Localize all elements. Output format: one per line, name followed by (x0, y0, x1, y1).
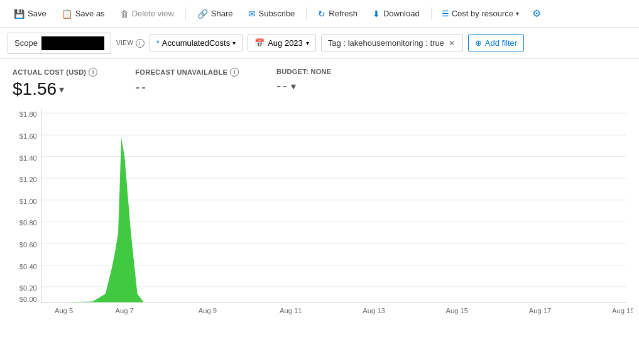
asterisk: * (156, 38, 160, 48)
date-chevron-icon: ▾ (306, 40, 309, 46)
view-select-button[interactable]: * AccumulatedCosts ▾ (150, 35, 243, 51)
cost-by-resource-button[interactable]: ☰ Cost by resource ▾ (437, 6, 524, 21)
refresh-icon: ↻ (318, 9, 325, 19)
budget-chevron-icon: ▾ (291, 80, 296, 92)
save-as-button[interactable]: 📋 Save as (55, 6, 111, 22)
forecast-label: FORECAST UNAVAILABLE i (135, 68, 239, 77)
actual-cost-value: $1.56 ▾ (13, 79, 97, 99)
svg-text:$0.40: $0.40 (19, 263, 37, 270)
tag-close-button[interactable]: ✕ (447, 39, 456, 48)
svg-text:Aug 7: Aug 7 (116, 307, 134, 314)
budget-value: -- ▾ (276, 78, 331, 94)
save-as-label: Save as (75, 9, 105, 18)
add-filter-button[interactable]: ⊕ Add filter (468, 35, 524, 51)
view-chevron-icon: ▾ (232, 40, 236, 46)
svg-text:$1.80: $1.80 (19, 110, 37, 118)
save-label: Save (28, 9, 46, 18)
scope-value (41, 36, 104, 50)
separator-2 (306, 8, 307, 20)
download-icon: ⬇ (373, 9, 380, 19)
svg-text:$1.40: $1.40 (19, 154, 37, 162)
actual-cost-chevron-icon: ▾ (59, 83, 64, 95)
settings-button[interactable]: ⚙ (527, 4, 547, 24)
svg-text:Aug 17: Aug 17 (529, 307, 551, 314)
filter-bar: Scope VIEW i * AccumulatedCosts ▾ 📅 Aug … (0, 28, 639, 59)
add-filter-label: Add filter (485, 38, 517, 48)
date-label: Aug 2023 (268, 38, 303, 48)
save-icon: 💾 (14, 9, 25, 19)
cost-chart: $1.80 $1.60 $1.40 $1.20 $1.00 $0.80 $0.6… (6, 104, 633, 318)
scope-label: Scope (14, 38, 38, 48)
delete-view-label: Delete view (132, 9, 174, 18)
svg-text:$0.60: $0.60 (19, 241, 37, 249)
separator-3 (431, 8, 432, 20)
list-icon: ☰ (442, 9, 449, 18)
svg-text:$0.20: $0.20 (19, 284, 37, 292)
refresh-label: Refresh (329, 9, 358, 18)
forecast-info-icon[interactable]: i (230, 68, 239, 77)
tag-label: Tag : lakehousemonitoring : true (328, 38, 444, 48)
svg-text:Aug 5: Aug 5 (55, 307, 73, 314)
svg-text:$1.00: $1.00 (19, 198, 37, 205)
svg-text:$1.20: $1.20 (19, 176, 37, 183)
budget-block: BUDGET: NONE -- ▾ (276, 68, 331, 94)
subscribe-icon: ✉ (248, 9, 256, 19)
svg-text:$1.60: $1.60 (19, 132, 37, 140)
gear-icon: ⚙ (532, 8, 541, 19)
scope-button[interactable]: Scope (8, 33, 111, 54)
svg-text:Aug 19: Aug 19 (612, 307, 633, 314)
date-button[interactable]: 📅 Aug 2023 ▾ (248, 35, 316, 51)
share-button[interactable]: 🔗 Share (191, 6, 239, 22)
actual-cost-label: ACTUAL COST (USD) i (13, 68, 97, 77)
budget-label: BUDGET: NONE (276, 68, 331, 75)
separator-1 (185, 8, 186, 20)
subscribe-label: Subscribe (259, 9, 295, 18)
view-label: VIEW i (116, 39, 145, 48)
forecast-value: -- (135, 79, 239, 95)
share-icon: 🔗 (197, 9, 208, 19)
download-label: Download (383, 9, 420, 18)
cost-bar-polygon (64, 137, 144, 302)
chart-section: $1.80 $1.60 $1.40 $1.20 $1.00 $0.80 $0.6… (0, 104, 639, 318)
refresh-button[interactable]: ↻ Refresh (312, 6, 364, 22)
toolbar: 💾 Save 📋 Save as 🗑 Delete view 🔗 Share ✉… (0, 0, 639, 28)
svg-text:Aug 9: Aug 9 (199, 307, 217, 314)
svg-text:Aug 11: Aug 11 (280, 307, 302, 314)
delete-icon: 🗑 (120, 9, 129, 19)
view-info-icon[interactable]: i (136, 39, 145, 48)
metrics-area: ACTUAL COST (USD) i $1.56 ▾ FORECAST UNA… (0, 59, 639, 104)
subscribe-button[interactable]: ✉ Subscribe (242, 6, 302, 22)
svg-text:Aug 15: Aug 15 (445, 307, 467, 314)
chevron-down-icon: ▾ (516, 10, 519, 17)
cost-by-resource-label: Cost by resource (452, 9, 513, 18)
svg-text:Aug 13: Aug 13 (363, 307, 385, 314)
share-label: Share (211, 9, 233, 18)
svg-text:$0.80: $0.80 (19, 219, 37, 227)
view-value-label: AccumulatedCosts (162, 38, 230, 48)
filter-plus-icon: ⊕ (475, 38, 482, 48)
actual-cost-block: ACTUAL COST (USD) i $1.56 ▾ (13, 68, 97, 99)
actual-cost-info-icon[interactable]: i (89, 68, 97, 77)
tag-filter: Tag : lakehousemonitoring : true ✕ (321, 35, 463, 51)
save-button[interactable]: 💾 Save (8, 6, 53, 22)
download-button[interactable]: ⬇ Download (366, 6, 426, 22)
save-as-icon: 📋 (62, 9, 72, 19)
svg-text:$0.00: $0.00 (19, 296, 37, 303)
view-dropdown: VIEW i (116, 39, 145, 48)
calendar-icon: 📅 (254, 38, 265, 48)
delete-view-button[interactable]: 🗑 Delete view (114, 6, 180, 22)
forecast-block: FORECAST UNAVAILABLE i -- (135, 68, 239, 95)
